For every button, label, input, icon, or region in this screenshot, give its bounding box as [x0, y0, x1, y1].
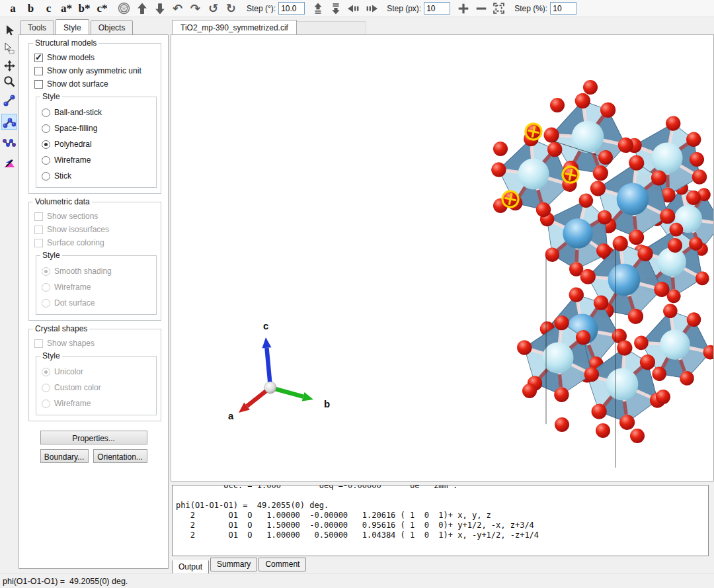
document-tab-strip	[287, 21, 366, 34]
oxygen-atom[interactable]	[555, 417, 569, 432]
radio-label: Polyhedral	[54, 140, 92, 149]
polyhedron-view-icon[interactable]	[115, 1, 133, 17]
checkbox-label: Surface coloring	[47, 238, 104, 247]
checkbox-box[interactable]	[34, 80, 43, 89]
area-select-tool-icon[interactable]	[1, 40, 17, 56]
radio-smooth-shading: Smooth shading	[42, 264, 153, 278]
magnify-tool-icon[interactable]	[1, 73, 17, 89]
radio-wireframe[interactable]: Wireframe	[42, 153, 153, 167]
tilt-cw-icon[interactable]: ↻	[222, 1, 240, 17]
checkbox-label: Show shapes	[47, 339, 95, 348]
translate-right-icon[interactable]	[362, 1, 380, 17]
radio-ball-and-stick[interactable]: Ball-and-stick	[42, 105, 153, 120]
rotate-down-icon[interactable]	[151, 1, 169, 17]
orientation-button[interactable]: Orientation...	[93, 449, 147, 463]
checkbox-box	[34, 239, 43, 247]
checkbox-box[interactable]	[34, 67, 43, 75]
angle-tool-icon[interactable]	[1, 114, 17, 130]
rotate-cw-icon[interactable]: ↷	[186, 1, 204, 17]
radio-label: Wireframe	[54, 282, 91, 292]
dihedral-tool-icon[interactable]	[1, 135, 17, 151]
radio-polyhedral[interactable]: Polyhedral	[42, 137, 153, 151]
oxygen-atom[interactable]	[550, 98, 565, 112]
radio-vol-wireframe: Wireframe	[42, 280, 153, 294]
oxygen-atom[interactable]	[630, 429, 645, 443]
show-dot-surface-checkbox[interactable]: Show dot surface	[34, 78, 158, 90]
main-toolbar: a b c a* b* c* ↶ ↷ ↺ ↻ Step (°): Step (p…	[0, 0, 714, 17]
output-tab-bar: Output Summary Comment	[172, 558, 307, 573]
tab-summary[interactable]: Summary	[210, 558, 257, 571]
output-panel[interactable]: Occ. = 1.000 Ueq =-0.00000 6e 2mm . phi(…	[172, 485, 709, 556]
tab-objects[interactable]: Objects	[91, 21, 134, 34]
radio-circle[interactable]	[42, 124, 50, 133]
distance-tool-icon[interactable]	[1, 93, 17, 108]
structure-canvas[interactable]: abc	[171, 35, 713, 481]
crystal-style-title: Style	[40, 351, 62, 360]
step-px-label: Step (px):	[387, 4, 421, 13]
model-style-title: Style	[40, 92, 62, 101]
view-along-a-star-button[interactable]: a*	[58, 1, 75, 17]
zoom-in-icon[interactable]	[454, 1, 472, 17]
select-tool-icon[interactable]	[1, 22, 17, 38]
radio-dot-surface: Dot surface	[42, 296, 153, 310]
view-along-c-star-button[interactable]: c*	[93, 1, 111, 17]
radio-circle[interactable]	[42, 156, 50, 165]
tab-style[interactable]: Style	[56, 19, 89, 34]
oxygen-atom[interactable]	[596, 423, 610, 438]
oxygen-atom[interactable]	[668, 238, 682, 253]
step-pct-input[interactable]	[550, 2, 576, 15]
zoom-out-icon[interactable]	[472, 1, 490, 17]
structure-viewport[interactable]: abc	[171, 34, 714, 482]
oxygen-atom[interactable]	[596, 243, 611, 258]
axis-label-c: c	[263, 320, 268, 331]
status-bar: phi(O1-O1-O1) = 49.2055(0) deg.	[0, 573, 714, 588]
radio-space-filling[interactable]: Space-filling	[42, 121, 153, 136]
radio-label: Ball-and-stick	[54, 108, 102, 117]
oxygen-atom[interactable]	[686, 190, 701, 205]
tab-tools[interactable]: Tools	[20, 21, 54, 34]
panel-tab-bar: Tools Style Objects	[20, 20, 134, 34]
rotate-up-icon[interactable]	[133, 1, 151, 17]
translate-tool-icon[interactable]	[1, 58, 17, 73]
rotate-ccw-icon[interactable]: ↶	[169, 1, 186, 17]
radio-circle[interactable]	[42, 108, 50, 117]
radio-label: Wireframe	[54, 399, 91, 408]
step-px-input[interactable]	[424, 2, 450, 15]
radio-label: Stick	[54, 171, 71, 181]
plane-angle-tool-icon[interactable]	[1, 155, 17, 171]
show-isosurfaces-checkbox: Show isosurfaces	[34, 224, 158, 235]
view-along-b-star-button[interactable]: b*	[75, 1, 93, 17]
view-along-c-button[interactable]: c	[40, 1, 58, 17]
model-style-group: Style Ball-and-stick Space-filling Polyh…	[36, 97, 157, 188]
view-along-b-button[interactable]: b	[22, 1, 40, 17]
radio-unicolor: Unicolor	[42, 364, 153, 379]
fit-to-screen-icon[interactable]	[490, 1, 508, 17]
properties-button[interactable]: Properties...	[40, 431, 147, 444]
oxygen-atom[interactable]	[583, 80, 598, 95]
show-asymmetric-unit-checkbox[interactable]: Show only asymmetric unit	[34, 65, 158, 77]
step-deg-input[interactable]	[278, 2, 305, 15]
checkbox-box[interactable]	[34, 54, 43, 62]
document-tab-bar: TiO2_mp-390_symmetrized.cif	[171, 20, 714, 34]
oxygen-atom[interactable]	[690, 152, 704, 167]
radio-circle[interactable]	[42, 140, 50, 149]
boundary-button[interactable]: Boundary...	[40, 449, 89, 463]
oxygen-atom[interactable]	[522, 384, 537, 398]
zoom-out-step-icon[interactable]	[327, 1, 344, 17]
radio-stick[interactable]: Stick	[42, 169, 153, 183]
oxygen-atom[interactable]	[598, 150, 613, 165]
tab-comment[interactable]: Comment	[258, 558, 306, 571]
tab-output[interactable]: Output	[172, 560, 209, 574]
radio-circle	[42, 368, 50, 376]
tilt-ccw-icon[interactable]: ↺	[204, 1, 222, 17]
radio-circle	[42, 267, 50, 276]
oxygen-atom[interactable]	[493, 142, 508, 156]
translate-left-icon[interactable]	[344, 1, 362, 17]
radio-label: Unicolor	[54, 367, 83, 376]
radio-circle[interactable]	[42, 172, 50, 181]
zoom-in-step-icon[interactable]	[309, 1, 327, 17]
view-along-a-button[interactable]: a	[4, 1, 22, 17]
oxygen-atom[interactable]	[656, 390, 670, 404]
document-tab[interactable]: TiO2_mp-390_symmetrized.cif	[172, 20, 297, 34]
show-models-checkbox[interactable]: Show models	[34, 52, 158, 63]
